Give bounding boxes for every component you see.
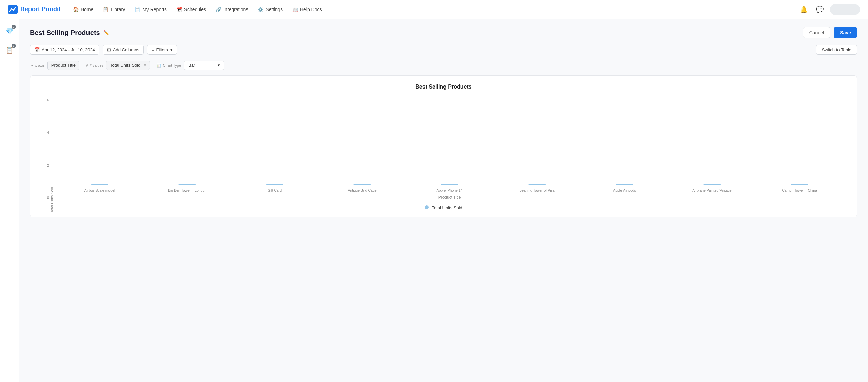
brand-name: Report Pundit: [20, 6, 61, 13]
xaxis-config-group: ↔ x-axis Product Title: [30, 61, 79, 70]
chart-type-label: 📊 Chart Type: [157, 63, 181, 68]
integrations-icon: 🔗: [216, 7, 221, 12]
x-labels: Airbus Scale modelBig Ben Tower – London…: [53, 186, 846, 193]
y-label-0: 0: [41, 196, 49, 200]
x-label-2: Gift Card: [231, 188, 318, 193]
nav-schedules[interactable]: 📅 Schedules: [172, 5, 210, 14]
y-label-4: 4: [41, 131, 49, 135]
chart-type-config-group: 📊 Chart Type Bar ▾: [157, 61, 224, 70]
nav-help-docs[interactable]: 📖 Help Docs: [288, 5, 326, 14]
sidebar: 💎 2 📋 1: [0, 19, 19, 382]
brand-icon: [8, 5, 18, 14]
header-actions: Cancel Save: [803, 27, 857, 38]
legend-label: Total Units Sold: [432, 205, 462, 210]
chart-type-value: Bar: [188, 63, 195, 68]
switch-to-table-button[interactable]: Switch to Table: [816, 45, 857, 55]
bar-6: [616, 184, 633, 185]
nav-home[interactable]: 🏠 Home: [69, 5, 97, 14]
x-label-3: Antique Bird Cage: [318, 188, 406, 193]
home-icon: 🏠: [73, 7, 79, 12]
save-button[interactable]: Save: [834, 27, 857, 38]
bar-8: [791, 184, 808, 185]
x-label-7: Airplane Painted Vintage: [668, 188, 756, 193]
filter-chevron: ▾: [170, 47, 173, 52]
values-tag[interactable]: Total Units Sold ×: [106, 61, 150, 70]
chart-container: Best Selling Products 6 4 2 0 Total Unit…: [30, 75, 857, 217]
bar-7: [703, 184, 721, 185]
bar-5: [528, 184, 546, 185]
x-label-8: Canton Tower – China: [756, 188, 843, 193]
schedules-icon: 📅: [176, 7, 182, 12]
values-config-group: # # values Total Units Sold ×: [86, 61, 150, 70]
calendar-icon: 📅: [34, 47, 40, 52]
edit-title-icon[interactable]: ✏️: [103, 30, 109, 35]
date-range-text: Apr 12, 2024 - Jul 10, 2024: [42, 47, 95, 52]
chart-title: Best Selling Products: [41, 84, 846, 90]
x-label-1: Big Ben Tower – London: [143, 188, 231, 193]
user-avatar[interactable]: [830, 4, 860, 15]
chart-type-select[interactable]: Bar ▾: [184, 61, 224, 70]
x-axis-title: Product Title: [53, 195, 846, 200]
sidebar-item-gem[interactable]: 💎 2: [3, 24, 16, 38]
chart-type-chevron: ▾: [218, 63, 220, 68]
sidebar-badge-gem: 2: [12, 25, 15, 29]
x-label-5: Leaning Tower of Pisa: [493, 188, 581, 193]
x-label-0: Airbus Scale model: [56, 188, 143, 193]
top-navigation: Report Pundit 🏠 Home 📋 Library 📄 My Repo…: [0, 0, 868, 19]
y-label-2: 2: [41, 163, 49, 167]
main-header: Best Selling Products ✏️ Cancel Save: [30, 27, 857, 38]
filter-icon: ≡: [152, 47, 154, 52]
add-columns-button[interactable]: ⊞ Add Columns: [103, 45, 144, 55]
my-reports-icon: 📄: [135, 7, 140, 12]
xaxis-label: ↔ x-axis: [30, 63, 45, 68]
x-label-6: Apple Air pods: [581, 188, 668, 193]
nav-menu: 🏠 Home 📋 Library 📄 My Reports 📅 Schedule…: [69, 5, 795, 14]
nav-settings[interactable]: ⚙️ Settings: [254, 5, 287, 14]
bar-1: [178, 184, 196, 185]
filters-button[interactable]: ≡ Filters ▾: [147, 45, 177, 55]
brand-logo[interactable]: Report Pundit: [8, 5, 61, 14]
x-label-4: Apple iPhone 14: [406, 188, 493, 193]
main-content: Best Selling Products ✏️ Cancel Save 📅 A…: [19, 19, 868, 382]
chart-legend: Total Units Sold: [41, 205, 846, 210]
chart-config: ↔ x-axis Product Title # # values Total …: [30, 61, 857, 70]
values-tag-remove[interactable]: ×: [144, 63, 146, 68]
notifications-bell[interactable]: 🔔: [797, 3, 810, 16]
nav-right-section: 🔔 💬: [797, 3, 860, 16]
sidebar-item-list[interactable]: 📋 1: [3, 43, 16, 57]
bar-4: [441, 184, 458, 185]
xaxis-value-text: Product Title: [51, 63, 76, 68]
add-columns-icon: ⊞: [107, 47, 111, 52]
help-icon: 📖: [292, 7, 298, 12]
nav-integrations[interactable]: 🔗 Integrations: [212, 5, 252, 14]
main-layout: 💎 2 📋 1 Best Selling Products ✏️ Cancel …: [0, 19, 868, 382]
toolbar-left: 📅 Apr 12, 2024 - Jul 10, 2024 ⊞ Add Colu…: [30, 45, 177, 55]
bar-3: [353, 184, 371, 185]
y-label-6: 6: [41, 98, 49, 102]
values-tag-text: Total Units Sold: [110, 63, 140, 68]
bar-0: [91, 184, 108, 185]
sidebar-badge-list: 1: [12, 44, 15, 48]
nav-my-reports[interactable]: 📄 My Reports: [131, 5, 171, 14]
toolbar: 📅 Apr 12, 2024 - Jul 10, 2024 ⊞ Add Colu…: [30, 45, 857, 55]
bar-2: [266, 184, 283, 185]
cancel-button[interactable]: Cancel: [803, 27, 831, 38]
legend-dot: [425, 205, 429, 209]
library-icon: 📋: [103, 7, 108, 12]
settings-icon: ⚙️: [258, 7, 263, 12]
hash-icon: #: [86, 63, 88, 68]
xaxis-arrow-icon: ↔: [30, 63, 34, 68]
chart-type-icon: 📊: [157, 63, 161, 68]
xaxis-value-tag: Product Title: [47, 61, 79, 70]
nav-library[interactable]: 📋 Library: [99, 5, 129, 14]
chat-icon[interactable]: 💬: [814, 3, 826, 16]
values-label: # # values: [86, 63, 103, 68]
chart-area: 6 4 2 0 Total Units Sold: [41, 98, 846, 200]
report-title-section: Best Selling Products ✏️: [30, 29, 109, 37]
report-title-text: Best Selling Products: [30, 29, 100, 37]
date-range-button[interactable]: 📅 Apr 12, 2024 - Jul 10, 2024: [30, 45, 99, 55]
